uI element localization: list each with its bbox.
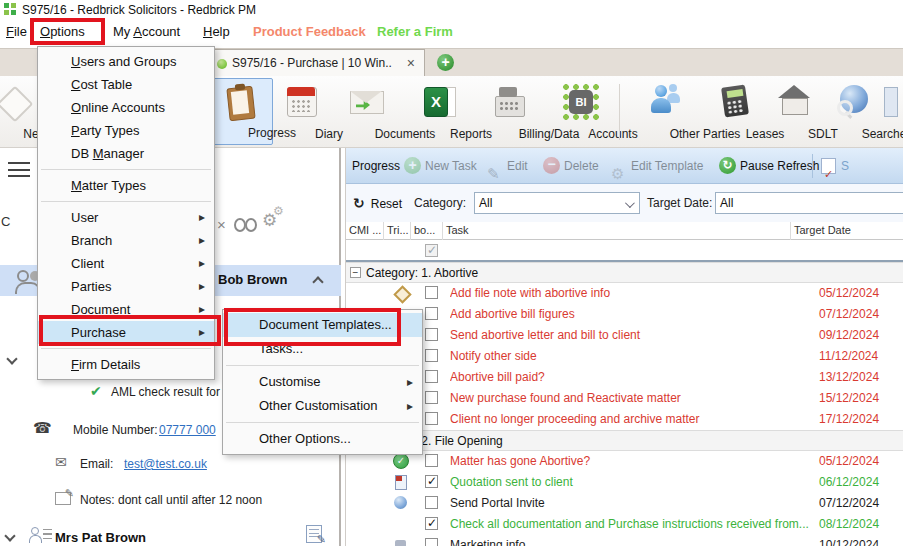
menu-item-cost-table[interactable]: Cost Table <box>38 73 214 96</box>
hamburger-icon[interactable] <box>8 162 30 177</box>
clear-search-icon[interactable]: × <box>217 216 226 233</box>
menu-item-customise[interactable]: Customise <box>223 370 422 394</box>
task-date: 09/12/2024 <box>819 325 879 346</box>
table-row[interactable]: Send Portal Invite 07/12/2024 <box>346 493 903 514</box>
table-row[interactable]: Add abortive bill figures 07/12/2024 <box>346 304 903 325</box>
menu-item-matter-types[interactable]: Matter Types <box>38 174 214 197</box>
table-row[interactable]: New purchase found and Reactivate matter… <box>346 388 903 409</box>
collapse-chevron-icon[interactable] <box>312 276 323 287</box>
category-select[interactable]: All <box>474 192 640 214</box>
toolbar-diary[interactable]: Diary <box>275 78 329 145</box>
menu-item-other-customisation[interactable]: Other Customisation <box>223 394 422 418</box>
toolbar-clipped-item[interactable]: L <box>893 78 903 145</box>
column-header-target-date[interactable]: Target Date <box>791 222 903 240</box>
toolbar-accounts[interactable]: BI Accounts <box>549 78 613 145</box>
delete-button[interactable]: Delete <box>543 148 599 184</box>
task-checkbox[interactable] <box>425 412 438 425</box>
reports-icon <box>421 83 459 121</box>
task-checkbox[interactable] <box>425 349 438 362</box>
menu-item-other-options[interactable]: Other Options... <box>223 427 422 451</box>
menu-item-firm-details[interactable]: Firm Details <box>38 353 214 376</box>
pause-refresh-button[interactable]: Pause Refresh <box>719 148 819 184</box>
menu-item-parties[interactable]: Parties <box>38 275 214 298</box>
menu-item-db-manager[interactable]: DB Manager <box>38 142 214 165</box>
toolbar-progress[interactable]: Progress <box>209 78 273 145</box>
table-row[interactable]: Quotation sent to client 06/12/2024 <box>346 472 903 493</box>
task-date: 10/12/2024 <box>819 535 879 546</box>
column-header-task[interactable]: Task <box>443 222 791 240</box>
collapse-minus-icon[interactable]: − <box>350 267 361 278</box>
task-checkbox[interactable] <box>425 475 438 488</box>
table-row[interactable]: Marketing info 10/12/2024 <box>346 535 903 546</box>
filter-checkbox[interactable] <box>425 244 438 257</box>
menu-item-document[interactable]: Document <box>38 298 214 321</box>
edit-button[interactable]: Edit <box>486 148 528 184</box>
gears-icon[interactable]: ⚙ <box>262 210 277 231</box>
group-header-file-opening[interactable]: − Category: 2. File Opening <box>346 430 903 451</box>
menu-item-tasks[interactable]: Tasks... <box>223 337 422 361</box>
expand-chevron-icon[interactable] <box>6 353 17 364</box>
tab-matter[interactable]: S975/16 - Purchase | 10 Win... × <box>188 49 425 77</box>
task-date: 06/12/2024 <box>819 472 879 493</box>
menu-help[interactable]: Help <box>199 20 234 44</box>
menu-item-client[interactable]: Client <box>38 252 214 275</box>
new-tab-button[interactable]: + <box>437 54 454 71</box>
task-checkbox[interactable] <box>425 454 438 467</box>
task-date: 07/12/2024 <box>819 304 879 325</box>
toolbar-new-matter[interactable]: New M <box>0 78 42 145</box>
menu-item-users-and-groups[interactable]: Users and Groups <box>38 50 214 73</box>
doc-edit-icon[interactable] <box>306 525 322 543</box>
toolbar-separator <box>619 84 620 140</box>
task-checkbox[interactable] <box>425 496 438 509</box>
table-row[interactable]: Abortive bill paid? 13/12/2024 <box>346 367 903 388</box>
column-header-cmi[interactable]: CMI ... <box>346 222 384 240</box>
menu-item-online-accounts[interactable]: Online Accounts <box>38 96 214 119</box>
table-row[interactable]: Matter has gone Abortive? 05/12/2024 <box>346 451 903 472</box>
task-checkbox[interactable] <box>425 307 438 320</box>
select-button[interactable]: S <box>820 148 849 184</box>
table-row[interactable]: Notify other side 11/12/2024 <box>346 346 903 367</box>
email-link[interactable]: test@test.co.uk <box>124 457 207 471</box>
task-text: Add file note with abortive info <box>450 283 812 304</box>
table-row[interactable]: Client no longer proceeding and archive … <box>346 409 903 430</box>
toolbar-reports[interactable]: Reports <box>409 78 471 145</box>
task-checkbox[interactable] <box>425 391 438 404</box>
toolbar-sdlt[interactable]: SDLT <box>767 78 823 145</box>
reset-button[interactable]: ↻Reset <box>353 184 402 223</box>
group-header-abortive[interactable]: − Category: 1. Abortive <box>346 262 903 283</box>
menu-my-account[interactable]: My Account <box>109 20 184 44</box>
binoculars-icon[interactable] <box>234 218 256 230</box>
menu-file[interactable]: File <box>2 20 31 44</box>
toolbar-documents[interactable]: Documents <box>329 78 405 145</box>
toolbar-leases[interactable]: Leases <box>707 78 765 145</box>
target-date-select[interactable]: All <box>715 192 903 214</box>
menu-refer-a-firm[interactable]: Refer a Firm <box>373 20 457 44</box>
tab-close-icon[interactable]: × <box>407 50 415 76</box>
menu-item-purchase[interactable]: Purchase <box>38 321 214 344</box>
task-checkbox[interactable] <box>425 517 438 530</box>
task-checkbox[interactable] <box>425 286 438 299</box>
menu-item-user[interactable]: User <box>38 206 214 229</box>
toolbar-other-parties[interactable]: Other Parties <box>623 78 705 145</box>
task-checkbox[interactable] <box>425 370 438 383</box>
task-text: Notify other side <box>450 346 812 367</box>
expand-chevron-icon[interactable] <box>4 530 15 541</box>
column-header-trigger[interactable]: Tri... <box>384 222 411 240</box>
table-row[interactable]: Add file note with abortive info 05/12/2… <box>346 283 903 304</box>
toolbar-billing-data[interactable]: Billing/Data <box>471 78 549 145</box>
table-row[interactable]: Send abortive letter and bill to client … <box>346 325 903 346</box>
menu-options[interactable]: Options <box>36 20 89 44</box>
task-checkbox[interactable] <box>425 538 438 546</box>
new-task-button[interactable]: New Task <box>404 148 477 184</box>
menu-item-party-types[interactable]: Party Types <box>38 119 214 142</box>
task-checkbox[interactable] <box>425 328 438 341</box>
menu-product-feedback[interactable]: Product Feedback <box>249 20 370 44</box>
column-header-bo[interactable]: bo... <box>411 222 443 240</box>
menu-item-branch[interactable]: Branch <box>38 229 214 252</box>
menu-item-document-templates[interactable]: Document Templates... <box>223 313 422 337</box>
edit-template-button[interactable]: Edit Template <box>610 148 704 184</box>
mobile-link[interactable]: 07777 000 <box>159 423 216 437</box>
refresh-icon <box>719 157 736 174</box>
table-row[interactable]: Check all documentation and Purchase ins… <box>346 514 903 535</box>
toolbar-searches[interactable]: Searches <box>823 78 887 145</box>
